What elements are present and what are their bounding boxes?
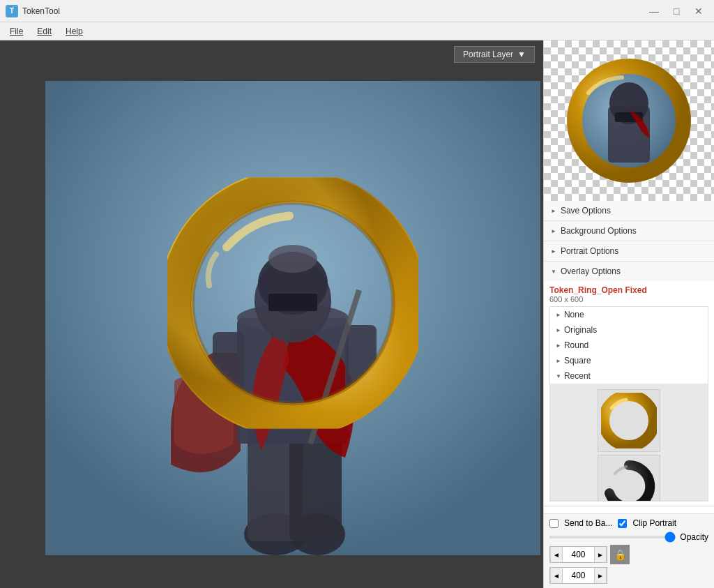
portrait-options-label: Portrait Options: [561, 246, 618, 256]
round-label: Round: [564, 340, 588, 350]
height-input[interactable]: [563, 569, 594, 582]
bottom-controls: Send to Ba... Clip Portrait Opacity ◄ ► …: [544, 513, 714, 588]
portrait-options-section: ► Portrait Options: [544, 241, 714, 262]
overlay-category-round[interactable]: ► Round: [550, 338, 708, 353]
height-spinbox-row: ◄ ►: [549, 567, 708, 584]
opacity-slider[interactable]: [549, 536, 676, 538]
send-to-background-label: Send to Ba...: [564, 518, 612, 528]
background-options-arrow-icon: ►: [551, 228, 556, 234]
overlay-category-square[interactable]: ► Square: [550, 353, 708, 368]
save-options-label: Save Options: [561, 206, 611, 216]
recent-thumb-2-svg: [601, 458, 657, 502]
main: Portrait Layer ▼: [0, 40, 714, 588]
canvas-toolbar: Portrait Layer ▼: [0, 40, 543, 68]
square-arrow-icon: ►: [556, 358, 561, 364]
canvas-area: Portrait Layer ▼: [0, 40, 543, 588]
height-spinbox: ◄ ►: [549, 567, 607, 584]
overlay-list[interactable]: ► None ► Originals ► Round ►: [549, 306, 708, 502]
menu-file[interactable]: File: [3, 25, 30, 38]
square-label: Square: [564, 356, 591, 365]
lock-button[interactable]: 🔒: [610, 545, 630, 564]
app-icon: T: [6, 5, 18, 17]
gold-ring-svg: [167, 177, 418, 428]
originals-arrow-icon: ►: [556, 327, 561, 333]
overlay-filename: Token_Ring_Open Fixed: [549, 285, 708, 295]
overlay-dims: 600 x 600: [549, 295, 708, 303]
recent-thumb-1[interactable]: [598, 389, 660, 452]
opacity-label: Opacity: [680, 532, 708, 542]
overlay-category-none[interactable]: ► None: [550, 307, 708, 322]
right-panel: ► Save Options ► Background Options ► Po…: [543, 40, 714, 588]
none-arrow-icon: ►: [556, 312, 561, 318]
recent-label: Recent: [564, 371, 591, 381]
titlebar-left: T TokenTool: [6, 5, 60, 17]
width-decrease-button[interactable]: ◄: [550, 547, 563, 562]
overlay-options-arrow-icon: ▼: [551, 269, 556, 275]
overlay-options-section: ▼ Overlay Options Token_Ring_Open Fixed …: [544, 262, 714, 506]
save-options-arrow-icon: ►: [551, 208, 556, 214]
overlay-options-label: Overlay Options: [561, 266, 621, 276]
background-options-section: ► Background Options: [544, 221, 714, 241]
menu-help[interactable]: Help: [59, 25, 90, 38]
portrait-layer-arrow-icon: ▼: [517, 50, 526, 59]
portrait-layer-button[interactable]: Portrait Layer ▼: [454, 46, 535, 63]
app-title: TokenTool: [22, 6, 60, 16]
maximize-button[interactable]: □: [667, 3, 686, 19]
token-preview-svg: [559, 51, 699, 190]
width-increase-button[interactable]: ►: [594, 547, 607, 562]
canvas-content: [0, 68, 543, 588]
width-spinbox-row: ◄ ► 🔒: [549, 545, 708, 564]
opacity-row: Opacity: [549, 532, 708, 542]
background-options-header[interactable]: ► Background Options: [544, 221, 714, 241]
knight-canvas: [45, 81, 540, 555]
width-spinbox: ◄ ►: [549, 546, 607, 563]
overlay-category-recent[interactable]: ▼ Recent: [550, 368, 708, 384]
save-options-section: ► Save Options: [544, 201, 714, 221]
originals-label: Originals: [564, 325, 597, 335]
send-to-background-checkbox[interactable]: [549, 519, 559, 528]
menubar: File Edit Help: [0, 22, 714, 40]
round-arrow-icon: ►: [556, 342, 561, 349]
clip-portrait-label: Clip Portrait: [632, 518, 676, 528]
overlay-category-originals[interactable]: ► Originals: [550, 322, 708, 338]
overlay-content: Token_Ring_Open Fixed 600 x 600 ► None ►…: [544, 281, 714, 506]
token-preview: [544, 40, 714, 201]
clip-portrait-checkbox[interactable]: [618, 519, 627, 528]
height-decrease-button[interactable]: ◄: [550, 568, 563, 583]
width-input[interactable]: [563, 548, 594, 561]
background-options-label: Background Options: [561, 226, 637, 236]
svg-point-25: [604, 395, 654, 446]
recent-items: [550, 384, 708, 502]
titlebar-controls: — □ ✕: [644, 3, 708, 19]
minimize-button[interactable]: —: [644, 3, 664, 19]
overlay-options-header[interactable]: ▼ Overlay Options: [544, 262, 714, 281]
app-icon-label: T: [10, 7, 14, 15]
save-options-header[interactable]: ► Save Options: [544, 201, 714, 220]
portrait-layer-label: Portrait Layer: [463, 50, 513, 59]
portrait-options-header[interactable]: ► Portrait Options: [544, 241, 714, 261]
none-label: None: [564, 310, 584, 319]
menu-edit[interactable]: Edit: [30, 25, 59, 38]
height-increase-button[interactable]: ►: [594, 568, 607, 583]
options-panel: ► Save Options ► Background Options ► Po…: [544, 201, 714, 513]
recent-arrow-icon: ▼: [556, 373, 561, 379]
checkbox-row: Send to Ba... Clip Portrait: [549, 518, 708, 528]
svg-point-18: [192, 202, 393, 403]
titlebar: T TokenTool — □ ✕: [0, 0, 714, 22]
recent-thumb-1-svg: [601, 393, 657, 448]
close-button[interactable]: ✕: [689, 3, 708, 19]
svg-point-17: [176, 186, 410, 420]
portrait-options-arrow-icon: ►: [551, 248, 556, 255]
recent-thumb-2[interactable]: [598, 455, 660, 502]
